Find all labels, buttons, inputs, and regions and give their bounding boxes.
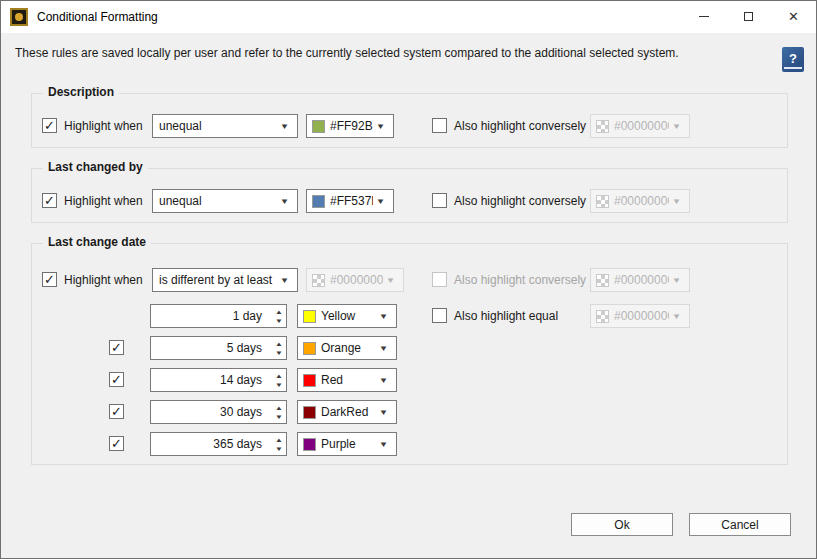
- chevron-down-icon: ▼: [667, 312, 691, 321]
- close-button[interactable]: ✕: [771, 1, 816, 32]
- check-icon: ✓: [44, 273, 55, 286]
- spinner-buttons[interactable]: ▲ ▼: [276, 373, 282, 388]
- window-controls: ✕: [681, 1, 816, 32]
- spinner-buttons[interactable]: ▲ ▼: [276, 309, 282, 324]
- lastchangedate-conversely-color-dropdown: #00000000 ▼: [590, 268, 690, 292]
- description-color-dropdown[interactable]: #FF92B250 ▼: [306, 114, 394, 138]
- lastchangedate-condition-dropdown[interactable]: is different by at least ▼: [152, 268, 298, 292]
- description-highlight-when-checkbox[interactable]: ✓: [42, 118, 57, 133]
- help-icon: ?: [789, 51, 797, 66]
- lastchangedby-color-dropdown[interactable]: #FF537DB1 ▼: [306, 189, 394, 213]
- chevron-down-icon: ▼: [374, 376, 398, 385]
- threshold-checkbox-14days[interactable]: ✓: [109, 372, 124, 387]
- days-spinner-1day[interactable]: 1 day ▲ ▼: [150, 304, 287, 328]
- check-icon: ✓: [111, 341, 122, 354]
- transparent-swatch: [596, 195, 609, 208]
- color-swatch: [303, 374, 316, 387]
- color-dropdown-darkred[interactable]: DarkRed ▼: [297, 400, 397, 424]
- title-bar: Conditional Formatting ✕: [1, 1, 816, 33]
- threshold-checkbox-30days[interactable]: ✓: [109, 404, 124, 419]
- spin-up-icon: ▲: [275, 341, 283, 347]
- days-spinner-365days[interactable]: 365 days ▲ ▼: [150, 432, 287, 456]
- window-title: Conditional Formatting: [37, 10, 158, 24]
- also-highlight-equal-checkbox[interactable]: [432, 308, 447, 323]
- check-icon: ✓: [111, 437, 122, 450]
- lastchangedate-conversely-checkbox: [432, 272, 447, 287]
- color-dropdown-yellow[interactable]: Yellow ▼: [297, 304, 397, 328]
- spinner-buttons[interactable]: ▲ ▼: [276, 405, 282, 420]
- lastchangedby-conversely-color-dropdown: #00000000 ▼: [590, 189, 690, 213]
- check-icon: ✓: [111, 405, 122, 418]
- spin-up-icon: ▲: [275, 373, 283, 379]
- color-dropdown-orange[interactable]: Orange ▼: [297, 336, 397, 360]
- spin-up-icon: ▲: [275, 405, 283, 411]
- chevron-down-icon: ▼: [374, 312, 398, 321]
- spin-down-icon: ▼: [275, 318, 283, 324]
- color-swatch: [303, 406, 316, 419]
- description-conversely-checkbox[interactable]: [432, 118, 447, 133]
- chevron-down-icon: ▼: [275, 197, 299, 206]
- spin-down-icon: ▼: [275, 382, 283, 388]
- spinner-buttons[interactable]: ▲ ▼: [276, 437, 282, 452]
- days-spinner-30days[interactable]: 30 days ▲ ▼: [150, 400, 287, 424]
- lastchangedate-color-value: #00000000: [325, 273, 383, 287]
- lastchangedby-condition-dropdown[interactable]: unequal ▼: [152, 189, 298, 213]
- lastchangedby-highlight-when-label: Highlight when: [64, 194, 143, 208]
- spinner-buttons[interactable]: ▲ ▼: [276, 341, 282, 356]
- lastchangedate-color-dropdown: #00000000 ▼: [306, 268, 404, 292]
- description-condition-dropdown[interactable]: unequal ▼: [152, 114, 298, 138]
- chevron-down-icon: ▼: [381, 276, 405, 285]
- spin-up-icon: ▲: [275, 437, 283, 443]
- lastchangedate-highlight-when-checkbox[interactable]: ✓: [42, 272, 57, 287]
- color-swatch: [303, 342, 316, 355]
- equal-color-dropdown: #00000000 ▼: [590, 304, 690, 328]
- description-conversely-color-dropdown: #00000000 ▼: [590, 114, 690, 138]
- also-highlight-equal-label: Also highlight equal: [454, 309, 558, 323]
- lastchangedate-conversely-color-value: #00000000: [609, 273, 669, 287]
- help-button[interactable]: ?: [782, 47, 804, 72]
- group-description: Description ✓ Highlight when unequal ▼ #…: [31, 93, 788, 148]
- transparent-swatch: [596, 310, 609, 323]
- days-spinner-14days[interactable]: 14 days ▲ ▼: [150, 368, 287, 392]
- lastchangedby-conversely-label: Also highlight conversely: [454, 194, 586, 208]
- lastchangedby-conversely-checkbox[interactable]: [432, 193, 447, 208]
- spinner-value: 30 days: [151, 405, 286, 419]
- threshold-checkbox-5days[interactable]: ✓: [109, 340, 124, 355]
- group-last-change-date: Last change date ✓ Highlight when is dif…: [31, 243, 788, 465]
- group-last-changed-by-title: Last changed by: [43, 160, 148, 174]
- spinner-value: 365 days: [151, 437, 286, 451]
- chevron-down-icon: ▼: [667, 197, 691, 206]
- lastchangedate-conversely-label: Also highlight conversely: [454, 273, 586, 287]
- minimize-button[interactable]: [681, 1, 726, 32]
- ok-button[interactable]: Ok: [571, 513, 673, 536]
- color-swatch: [312, 195, 325, 208]
- intro-text: These rules are saved locally per user a…: [15, 46, 765, 60]
- description-color-value: #FF92B250: [325, 119, 373, 133]
- spin-up-icon: ▲: [275, 309, 283, 315]
- lastchangedby-highlight-when-checkbox[interactable]: ✓: [42, 193, 57, 208]
- chevron-down-icon: ▼: [374, 408, 398, 417]
- conditional-formatting-dialog: Conditional Formatting ✕ These rules are…: [0, 0, 817, 559]
- threshold-checkbox-365days[interactable]: ✓: [109, 436, 124, 451]
- check-icon: ✓: [111, 373, 122, 386]
- color-dropdown-red[interactable]: Red ▼: [297, 368, 397, 392]
- description-highlight-when-label: Highlight when: [64, 119, 143, 133]
- color-dropdown-purple[interactable]: Purple ▼: [297, 432, 397, 456]
- check-icon: ✓: [44, 119, 55, 132]
- cancel-button[interactable]: Cancel: [689, 513, 791, 536]
- lastchangedby-color-value: #FF537DB1: [325, 194, 373, 208]
- chevron-down-icon: ▼: [667, 122, 691, 131]
- ok-button-label: Ok: [614, 518, 629, 532]
- days-spinner-5days[interactable]: 5 days ▲ ▼: [150, 336, 287, 360]
- equal-color-value: #00000000: [609, 309, 669, 323]
- spinner-value: 1 day: [151, 309, 286, 323]
- maximize-icon: [744, 12, 753, 21]
- minimize-icon: [699, 16, 709, 17]
- lastchangedate-highlight-when-label: Highlight when: [64, 273, 143, 287]
- color-swatch: [312, 120, 325, 133]
- description-conversely-color-value: #00000000: [609, 119, 669, 133]
- lastchangedby-condition-value: unequal: [153, 194, 277, 208]
- maximize-button[interactable]: [726, 1, 771, 32]
- app-logo-ring: [15, 13, 23, 21]
- description-condition-value: unequal: [153, 119, 277, 133]
